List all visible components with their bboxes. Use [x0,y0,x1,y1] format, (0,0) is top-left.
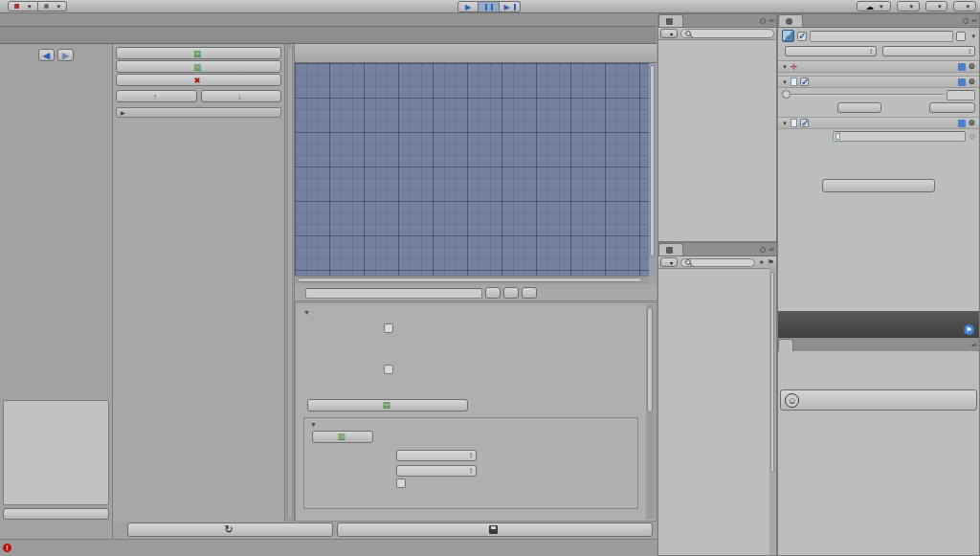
status-needed-dropdown[interactable]: ↕ [396,465,477,477]
ai-count-slider[interactable] [782,94,944,96]
add-game-starter-button[interactable]: ☺ [780,389,977,411]
lock-icon[interactable] [963,18,969,24]
project-tab-strip: ▪≡ [658,243,776,256]
ai-count-field[interactable] [947,90,975,100]
slider-knob[interactable] [782,90,791,99]
is-dead-checkbox[interactable] [396,478,406,488]
gear-icon[interactable]: ⚙ [969,119,975,127]
hierarchy-tab[interactable] [658,14,683,27]
gear-icon[interactable]: ⚙ [969,78,975,86]
project-search-input[interactable] [680,258,755,267]
inspector-tab[interactable] [778,14,803,27]
battle-ai-slot-button[interactable] [837,102,881,113]
forward-button[interactable]: ▶ [57,49,74,61]
foldout-arrow-icon: ▼ [782,121,788,126]
save-settings-button[interactable] [337,523,653,537]
search-icon [685,31,691,36]
object-picker-icon[interactable]: ⊙ [969,132,975,141]
action-slot-button[interactable] [929,102,975,113]
pivot-button[interactable] [8,1,38,11]
pivot-icon [14,4,19,9]
layout-dropdown[interactable] [953,1,976,11]
graph-vertical-scrollbar[interactable] [649,63,657,276]
local-button[interactable] [38,1,68,11]
lock-icon[interactable] [760,247,766,253]
hierarchy-panel: ▪≡ [657,13,777,242]
step-button[interactable]: ▶ [500,1,521,12]
move-up-button[interactable]: ↑ [116,90,197,102]
favorites-icon[interactable]: ✶ [758,258,765,267]
back-button[interactable]: ◀ [38,49,55,61]
gameobject-name-field[interactable] [810,31,953,42]
static-checkbox[interactable] [956,32,966,41]
clear-search-button[interactable] [485,287,501,299]
search-icon [685,259,691,265]
layers-dropdown[interactable] [925,1,948,11]
hierarchy-search-input[interactable] [680,29,774,38]
active-checkbox[interactable] [797,32,807,41]
dropdown-arrows-icon: ↕ [469,451,473,459]
check-status-foldout[interactable]: ▼ [303,309,640,316]
foldout-arrow-icon: ▼ [310,421,317,428]
hierarchy-create-button[interactable] [660,29,678,38]
panel-menu-icon[interactable]: ▪≡ [768,17,773,24]
copy-requirement-button[interactable]: ▥ [312,431,373,443]
foldout-arrow-icon: ▶ [121,109,125,116]
event-node-canvas[interactable] [295,63,649,276]
project-tab[interactable] [658,243,683,256]
project-toolbar: ✶ ⚑ [658,256,776,269]
add-button[interactable]: ▤ [116,47,281,59]
copy-button[interactable]: ▥ [116,60,281,73]
panel-menu-icon[interactable]: ▪≡ [971,342,976,348]
graph-horizontal-scrollbar[interactable] [295,276,649,283]
ork-statusbar: ! [0,539,657,556]
play-button[interactable]: ▶ [457,1,479,12]
project-scrollbar[interactable] [769,268,776,555]
account-dropdown[interactable] [897,1,920,11]
ork-scene-wizard-tab[interactable] [778,339,793,351]
search-settings-input[interactable] [305,288,482,299]
force-knowledge-checkbox[interactable] [384,365,393,374]
requirement-type-dropdown[interactable]: ↕ [396,450,477,461]
copy-to-clipboard-button[interactable] [3,508,109,520]
panel-menu-icon[interactable]: ▪≡ [971,17,976,24]
add-status-requirement-button[interactable]: ▤ [307,399,468,411]
hierarchy-toolbar [658,28,776,40]
close-search-button[interactable] [503,287,519,299]
move-down-button[interactable]: ↓ [201,90,282,102]
target-variables-header[interactable]: ▼ ⚙ [778,117,979,129]
tag-dropdown[interactable]: ↕ [785,46,877,56]
project-create-button[interactable] [660,257,678,267]
add-component-button[interactable] [822,179,935,192]
remove-button[interactable]: ✖ [116,74,281,86]
enabled-checkbox[interactable] [384,323,393,333]
label-icon[interactable]: ⚑ [768,258,774,267]
reload-icon: ↻ [224,523,233,536]
status-requirement-foldout[interactable]: ▼ [310,421,632,428]
static-dropdown-icon[interactable]: ▾ [971,33,975,40]
ai-list-scrollbar[interactable] [285,44,295,522]
layer-dropdown[interactable]: ↕ [882,46,975,56]
reference-icon[interactable] [958,63,966,71]
component-enabled-checkbox[interactable] [800,119,809,127]
ork-footer: ↻ [113,522,657,539]
component-enabled-checkbox[interactable] [800,78,809,86]
settings-scrollbar[interactable] [646,304,655,520]
ai-list-panel: ▤ ▥ ✖ ↑ ↓ ▶ [113,44,285,522]
reference-icon[interactable] [958,120,966,127]
open-search-button[interactable] [522,287,537,299]
reload-settings-button[interactable]: ↻ [127,523,333,537]
cloud-button[interactable]: ☁ [857,1,891,11]
gear-icon[interactable]: ⚙ [969,62,975,71]
transform-component-header[interactable]: ▼ ✛ ⚙ [778,60,979,73]
transform-icon: ✛ [791,62,797,72]
pause-button[interactable] [479,1,500,12]
lock-icon[interactable] [760,18,766,24]
reference-icon[interactable] [958,78,966,86]
label-tag-icon[interactable]: ⚑ [964,324,974,335]
move-down-icon: ↓ [237,92,241,101]
search-filter-foldout[interactable]: ▶ [116,107,281,118]
script-field [833,131,966,142]
battle-ai-selector-header[interactable]: ▼ ⚙ [778,76,979,88]
panel-menu-icon[interactable]: ▪≡ [768,246,773,253]
